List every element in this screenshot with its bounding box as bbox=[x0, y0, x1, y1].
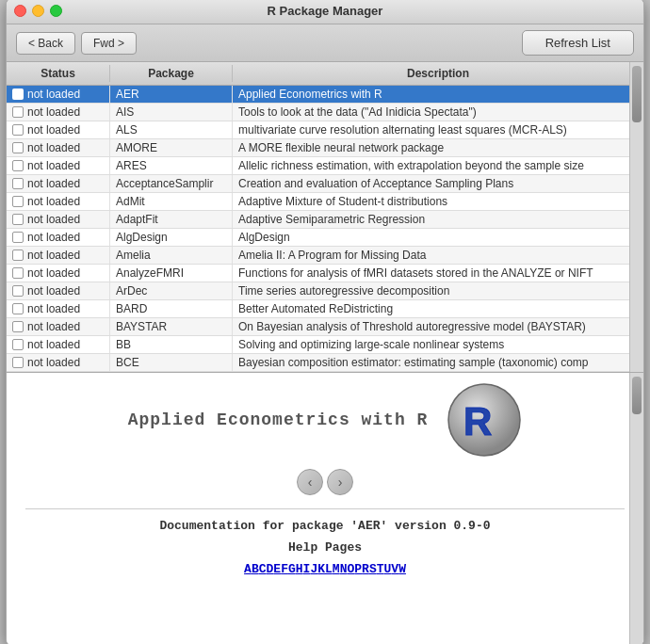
svg-text:R: R bbox=[463, 399, 492, 443]
package-cell: AMORE bbox=[110, 139, 233, 156]
status-checkbox[interactable] bbox=[12, 250, 24, 261]
alphabet-link[interactable]: S bbox=[369, 562, 377, 576]
alphabet-links: ABCDEFGHIJKLMNOPRSTUVW bbox=[244, 562, 406, 576]
status-cell: not loaded bbox=[7, 354, 110, 371]
alphabet-link[interactable]: P bbox=[354, 562, 362, 576]
desc-scrollbar[interactable] bbox=[629, 373, 643, 644]
status-text: not loaded bbox=[27, 231, 80, 244]
alphabet-link[interactable]: D bbox=[267, 562, 274, 576]
package-cell: AdaptFit bbox=[110, 211, 233, 228]
toolbar: < Back Fwd > Refresh List bbox=[7, 24, 643, 62]
table-scrollbar-thumb[interactable] bbox=[632, 66, 642, 122]
table-row[interactable]: not loadedArDecTime series autoregressiv… bbox=[7, 282, 643, 300]
table-row[interactable]: not loadedAdaptFitAdaptive Semiparametri… bbox=[7, 211, 643, 229]
next-arrow-button[interactable]: › bbox=[327, 469, 353, 495]
table-row[interactable]: not loadedAMOREA MORE flexible neural ne… bbox=[7, 139, 643, 157]
close-button[interactable] bbox=[14, 5, 26, 17]
table-row[interactable]: not loadedAcceptanceSamplirCreation and … bbox=[7, 175, 643, 193]
alphabet-link[interactable]: B bbox=[252, 562, 259, 576]
minimize-button[interactable] bbox=[32, 5, 44, 17]
status-checkbox[interactable] bbox=[12, 178, 24, 189]
alphabet-link[interactable]: E bbox=[273, 562, 281, 576]
description-cell: Applied Econometrics with R bbox=[233, 86, 643, 103]
status-checkbox[interactable] bbox=[12, 142, 24, 153]
window-title: R Package Manager bbox=[268, 4, 383, 18]
table-row[interactable]: not loadedAlgDesignAlgDesign bbox=[7, 229, 643, 247]
table-row[interactable]: not loadedAISTools to look at the data (… bbox=[7, 104, 643, 121]
status-cell: not loaded bbox=[7, 86, 110, 103]
status-checkbox[interactable] bbox=[12, 160, 24, 171]
status-checkbox[interactable] bbox=[12, 357, 24, 368]
description-cell: On Bayesian analysis of Threshold autore… bbox=[233, 318, 643, 335]
package-cell: ARES bbox=[110, 157, 233, 174]
table-row[interactable]: not loadedAERApplied Econometrics with R bbox=[7, 86, 643, 104]
table-row[interactable]: not loadedBBSolving and optimizing large… bbox=[7, 336, 643, 354]
description-cell: Tools to look at the data ("Ad Inidicia … bbox=[233, 104, 643, 121]
alphabet-link[interactable]: U bbox=[384, 562, 392, 576]
package-cell: Amelia bbox=[110, 247, 233, 264]
table-row[interactable]: not loadedARESAllelic richness estimatio… bbox=[7, 157, 643, 175]
table-row[interactable]: not loadedALSmultivariate curve resoluti… bbox=[7, 121, 643, 139]
status-checkbox[interactable] bbox=[12, 106, 24, 118]
status-cell: not loaded bbox=[7, 157, 110, 174]
status-checkbox[interactable] bbox=[12, 285, 24, 297]
package-cell: AER bbox=[110, 86, 233, 103]
alphabet-link[interactable]: V bbox=[391, 562, 398, 576]
status-cell: not loaded bbox=[7, 121, 110, 138]
traffic-lights bbox=[14, 5, 62, 17]
status-checkbox[interactable] bbox=[12, 321, 24, 332]
status-checkbox[interactable] bbox=[12, 214, 24, 225]
status-checkbox[interactable] bbox=[12, 89, 24, 100]
status-checkbox[interactable] bbox=[12, 303, 24, 314]
table-row[interactable]: not loadedAmeliaAmelia II: A Program for… bbox=[7, 247, 643, 265]
status-cell: not loaded bbox=[7, 282, 110, 299]
status-text: not loaded bbox=[27, 141, 80, 154]
alphabet-link[interactable]: G bbox=[288, 562, 296, 576]
table-row[interactable]: not loadedAnalyzeFMRIFunctions for analy… bbox=[7, 265, 643, 282]
status-text: not loaded bbox=[27, 177, 80, 190]
package-cell: BB bbox=[110, 336, 233, 353]
status-checkbox[interactable] bbox=[12, 124, 24, 136]
package-cell: AnalyzeFMRI bbox=[110, 265, 233, 282]
alphabet-link[interactable]: L bbox=[325, 562, 333, 576]
alphabet-link[interactable]: J bbox=[310, 562, 317, 576]
status-checkbox[interactable] bbox=[12, 196, 24, 207]
alphabet-link[interactable]: O bbox=[347, 562, 354, 576]
alphabet-link[interactable]: C bbox=[259, 562, 267, 576]
status-checkbox[interactable] bbox=[12, 339, 24, 350]
alphabet-link[interactable]: K bbox=[317, 562, 325, 576]
alphabet-link[interactable]: M bbox=[333, 562, 340, 576]
table-body[interactable]: not loadedAERApplied Econometrics with R… bbox=[7, 86, 643, 372]
alphabet-link[interactable]: T bbox=[377, 562, 384, 576]
maximize-button[interactable] bbox=[50, 5, 62, 17]
desc-title: Applied Econometrics with R bbox=[128, 411, 429, 429]
description-cell: Time series autoregressive decomposition bbox=[233, 282, 643, 299]
status-text: not loaded bbox=[27, 123, 80, 137]
alphabet-link[interactable]: I bbox=[303, 562, 311, 576]
status-checkbox[interactable] bbox=[12, 267, 24, 279]
col-header-package: Package bbox=[110, 65, 233, 82]
package-cell: BCE bbox=[110, 354, 233, 371]
alphabet-link[interactable]: N bbox=[340, 562, 348, 576]
table-row[interactable]: not loadedBARDBetter Automated ReDistric… bbox=[7, 300, 643, 318]
alphabet-link[interactable]: H bbox=[296, 562, 303, 576]
desc-scrollbar-thumb[interactable] bbox=[632, 377, 642, 414]
alphabet-link[interactable]: A bbox=[244, 562, 252, 576]
package-cell: AdMit bbox=[110, 193, 233, 210]
refresh-button[interactable]: Refresh List bbox=[522, 30, 634, 56]
status-checkbox[interactable] bbox=[12, 232, 24, 243]
table-row[interactable]: not loadedBAYSTAROn Bayesian analysis of… bbox=[7, 318, 643, 336]
table-row[interactable]: not loadedAdMitAdaptive Mixture of Stude… bbox=[7, 193, 643, 211]
back-button[interactable]: < Back bbox=[16, 32, 75, 55]
table-row[interactable]: not loadedBCEBayesian composition estima… bbox=[7, 354, 643, 372]
prev-arrow-button[interactable]: ‹ bbox=[297, 469, 323, 495]
status-text: not loaded bbox=[27, 88, 80, 101]
fwd-button[interactable]: Fwd > bbox=[81, 32, 137, 55]
alphabet-link[interactable]: W bbox=[398, 562, 406, 576]
alphabet-link[interactable]: F bbox=[281, 562, 288, 576]
alphabet-link[interactable]: R bbox=[362, 562, 369, 576]
table-scrollbar[interactable] bbox=[629, 62, 643, 372]
status-cell: not loaded bbox=[7, 247, 110, 264]
r-logo-icon: R bbox=[447, 382, 522, 458]
status-cell: not loaded bbox=[7, 211, 110, 228]
